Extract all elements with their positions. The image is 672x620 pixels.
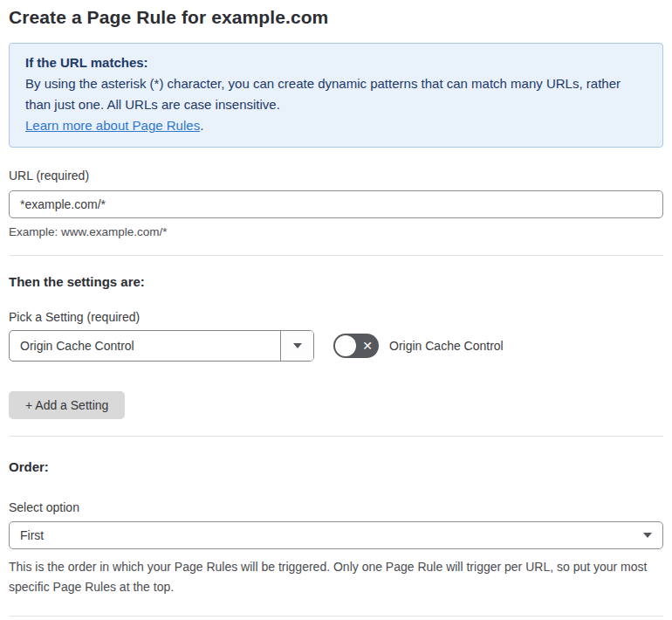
divider [9,255,663,256]
create-page-rule-form: Create a Page Rule for example.com If th… [0,0,672,620]
url-match-info-box: If the URL matches: By using the asteris… [9,43,663,148]
chevron-down-icon [293,343,302,348]
toggle-off-x-icon: ✕ [362,340,373,352]
divider [9,616,663,617]
toggle-knob [335,335,356,356]
order-section-heading: Order: [9,459,663,474]
chevron-down-icon [643,533,652,538]
origin-cache-control-toggle[interactable]: ✕ [333,334,379,358]
order-select[interactable]: First [9,521,663,549]
learn-more-link[interactable]: Learn more about Page Rules [25,118,200,133]
pick-setting-label: Pick a Setting (required) [9,310,663,324]
order-select-value: First [20,528,44,542]
page-title: Create a Page Rule for example.com [9,7,663,28]
setting-row: Origin Cache Control ✕ Origin Cache Cont… [9,330,663,362]
add-setting-button[interactable]: + Add a Setting [9,391,125,419]
order-helper-text: This is the order in which your Page Rul… [9,557,663,597]
setting-select-arrow-button[interactable] [280,331,313,361]
url-input[interactable] [9,190,663,218]
url-field-label: URL (required) [9,169,663,183]
info-box-body: By using the asterisk (*) character, you… [25,73,647,115]
divider [9,436,663,437]
setting-select-value: Origin Cache Control [10,331,280,361]
toggle-label: Origin Cache Control [389,339,504,353]
settings-section-heading: Then the settings are: [9,274,663,289]
info-box-link-row: Learn more about Page Rules. [25,115,647,136]
url-example-helper: Example: www.example.com/* [9,225,663,238]
info-box-heading: If the URL matches: [25,52,647,73]
setting-select[interactable]: Origin Cache Control [9,330,314,362]
order-select-label: Select option [9,500,663,514]
link-period: . [200,118,203,133]
